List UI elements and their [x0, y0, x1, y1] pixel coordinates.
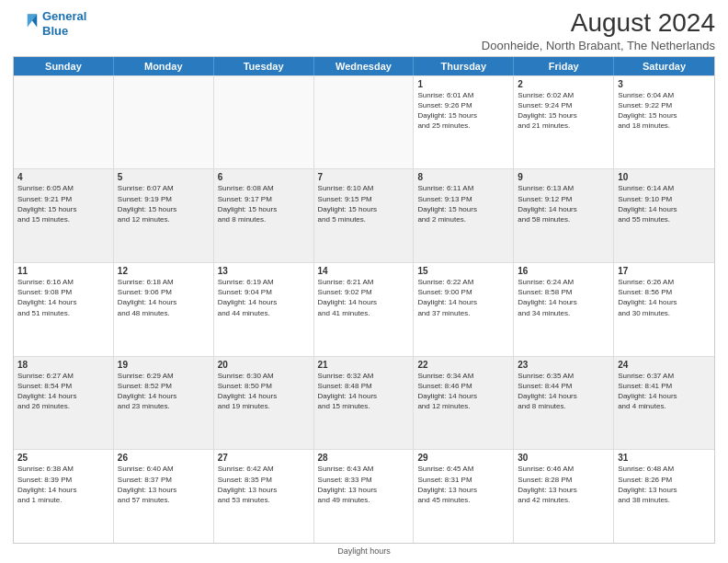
cal-cell: 11Sunrise: 6:16 AM Sunset: 9:08 PM Dayli…	[14, 263, 114, 356]
day-info: Sunrise: 6:05 AM Sunset: 9:21 PM Dayligh…	[17, 183, 109, 224]
day-info: Sunrise: 6:01 AM Sunset: 9:26 PM Dayligh…	[417, 90, 509, 132]
day-number: 9	[518, 172, 609, 182]
cal-cell: 13Sunrise: 6:19 AM Sunset: 9:04 PM Dayli…	[214, 263, 314, 356]
day-info: Sunrise: 6:40 AM Sunset: 8:37 PM Dayligh…	[118, 464, 210, 505]
cal-cell: 22Sunrise: 6:34 AM Sunset: 8:46 PM Dayli…	[414, 357, 514, 450]
calendar-row-1: 1Sunrise: 6:01 AM Sunset: 9:26 PM Daylig…	[14, 75, 714, 169]
cal-cell: 5Sunrise: 6:07 AM Sunset: 9:19 PM Daylig…	[114, 169, 214, 262]
cal-cell: 2Sunrise: 6:02 AM Sunset: 9:24 PM Daylig…	[514, 76, 614, 169]
cal-cell: 19Sunrise: 6:29 AM Sunset: 8:52 PM Dayli…	[114, 357, 214, 450]
cal-cell: 29Sunrise: 6:45 AM Sunset: 8:31 PM Dayli…	[414, 450, 514, 543]
cal-cell: 16Sunrise: 6:24 AM Sunset: 8:58 PM Dayli…	[514, 263, 614, 356]
day-info: Sunrise: 6:46 AM Sunset: 8:28 PM Dayligh…	[518, 464, 609, 505]
cal-cell: 31Sunrise: 6:48 AM Sunset: 8:26 PM Dayli…	[614, 450, 714, 543]
calendar-row-4: 18Sunrise: 6:27 AM Sunset: 8:54 PM Dayli…	[14, 356, 714, 450]
day-number: 16	[518, 266, 609, 276]
day-info: Sunrise: 6:22 AM Sunset: 9:00 PM Dayligh…	[417, 277, 509, 318]
day-number: 5	[118, 172, 210, 182]
day-info: Sunrise: 6:48 AM Sunset: 8:26 PM Dayligh…	[618, 464, 711, 505]
day-info: Sunrise: 6:26 AM Sunset: 8:56 PM Dayligh…	[618, 277, 711, 318]
calendar: SundayMondayTuesdayWednesdayThursdayFrid…	[13, 56, 715, 544]
header-cell-sunday: Sunday	[14, 57, 114, 75]
day-number: 25	[17, 453, 109, 463]
calendar-row-5: 25Sunrise: 6:38 AM Sunset: 8:39 PM Dayli…	[14, 449, 714, 543]
title-block: August 2024 Doonheide, North Brabant, Th…	[482, 9, 715, 52]
day-info: Sunrise: 6:11 AM Sunset: 9:13 PM Dayligh…	[417, 183, 509, 224]
cal-cell: 7Sunrise: 6:10 AM Sunset: 9:15 PM Daylig…	[314, 169, 415, 262]
cal-cell: 21Sunrise: 6:32 AM Sunset: 8:48 PM Dayli…	[314, 357, 415, 450]
cal-cell: 28Sunrise: 6:43 AM Sunset: 8:33 PM Dayli…	[314, 450, 415, 543]
cal-cell	[214, 76, 314, 169]
day-number: 20	[218, 360, 310, 370]
cal-cell: 14Sunrise: 6:21 AM Sunset: 9:02 PM Dayli…	[314, 263, 415, 356]
day-number: 12	[118, 266, 210, 276]
day-info: Sunrise: 6:08 AM Sunset: 9:17 PM Dayligh…	[218, 183, 310, 224]
cal-cell: 12Sunrise: 6:18 AM Sunset: 9:06 PM Dayli…	[114, 263, 214, 356]
day-info: Sunrise: 6:02 AM Sunset: 9:24 PM Dayligh…	[518, 90, 609, 132]
day-info: Sunrise: 6:04 AM Sunset: 9:22 PM Dayligh…	[618, 90, 711, 132]
day-number: 30	[518, 453, 609, 463]
day-number: 19	[118, 360, 210, 370]
day-number: 28	[318, 453, 410, 463]
logo-text: General Blue	[42, 9, 86, 38]
day-number: 27	[218, 453, 310, 463]
day-number: 8	[417, 172, 509, 182]
cal-cell: 4Sunrise: 6:05 AM Sunset: 9:21 PM Daylig…	[14, 169, 114, 262]
cal-cell: 15Sunrise: 6:22 AM Sunset: 9:00 PM Dayli…	[414, 263, 514, 356]
day-info: Sunrise: 6:45 AM Sunset: 8:31 PM Dayligh…	[417, 464, 509, 505]
logo: General Blue	[13, 9, 86, 38]
day-number: 10	[618, 172, 711, 182]
day-info: Sunrise: 6:24 AM Sunset: 8:58 PM Dayligh…	[518, 277, 609, 318]
day-number: 13	[218, 266, 310, 276]
header: General Blue August 2024 Doonheide, Nort…	[13, 9, 715, 52]
cal-cell	[14, 76, 114, 169]
main-title: August 2024	[482, 9, 715, 38]
day-number: 15	[417, 266, 509, 276]
cal-cell: 8Sunrise: 6:11 AM Sunset: 9:13 PM Daylig…	[414, 169, 514, 262]
calendar-row-2: 4Sunrise: 6:05 AM Sunset: 9:21 PM Daylig…	[14, 168, 714, 262]
cal-cell: 17Sunrise: 6:26 AM Sunset: 8:56 PM Dayli…	[614, 263, 714, 356]
cal-cell: 1Sunrise: 6:01 AM Sunset: 9:26 PM Daylig…	[414, 76, 514, 169]
day-info: Sunrise: 6:30 AM Sunset: 8:50 PM Dayligh…	[218, 371, 310, 412]
header-cell-monday: Monday	[114, 57, 214, 75]
day-number: 14	[318, 266, 410, 276]
cal-cell	[114, 76, 214, 169]
calendar-body: 1Sunrise: 6:01 AM Sunset: 9:26 PM Daylig…	[14, 75, 714, 543]
day-number: 2	[518, 79, 609, 89]
day-info: Sunrise: 6:32 AM Sunset: 8:48 PM Dayligh…	[318, 371, 410, 412]
day-info: Sunrise: 6:37 AM Sunset: 8:41 PM Dayligh…	[618, 371, 711, 412]
day-number: 26	[118, 453, 210, 463]
day-number: 31	[618, 453, 711, 463]
day-number: 11	[17, 266, 109, 276]
day-info: Sunrise: 6:18 AM Sunset: 9:06 PM Dayligh…	[118, 277, 210, 318]
day-info: Sunrise: 6:19 AM Sunset: 9:04 PM Dayligh…	[218, 277, 310, 318]
footer-note: Daylight hours	[13, 546, 715, 556]
header-cell-wednesday: Wednesday	[314, 57, 415, 75]
day-number: 18	[17, 360, 109, 370]
day-number: 1	[417, 79, 509, 89]
cal-cell: 26Sunrise: 6:40 AM Sunset: 8:37 PM Dayli…	[114, 450, 214, 543]
logo-line2: Blue	[42, 24, 86, 39]
day-info: Sunrise: 6:42 AM Sunset: 8:35 PM Dayligh…	[218, 464, 310, 505]
day-info: Sunrise: 6:34 AM Sunset: 8:46 PM Dayligh…	[417, 371, 509, 412]
day-info: Sunrise: 6:14 AM Sunset: 9:10 PM Dayligh…	[618, 183, 711, 224]
cal-cell: 3Sunrise: 6:04 AM Sunset: 9:22 PM Daylig…	[614, 76, 714, 169]
cal-cell: 23Sunrise: 6:35 AM Sunset: 8:44 PM Dayli…	[514, 357, 614, 450]
day-number: 23	[518, 360, 609, 370]
calendar-row-3: 11Sunrise: 6:16 AM Sunset: 9:08 PM Dayli…	[14, 262, 714, 356]
logo-line1: General	[42, 9, 86, 23]
header-cell-saturday: Saturday	[614, 57, 714, 75]
day-info: Sunrise: 6:29 AM Sunset: 8:52 PM Dayligh…	[118, 371, 210, 412]
cal-cell: 6Sunrise: 6:08 AM Sunset: 9:17 PM Daylig…	[214, 169, 314, 262]
day-number: 17	[618, 266, 711, 276]
calendar-header: SundayMondayTuesdayWednesdayThursdayFrid…	[14, 57, 714, 75]
day-number: 3	[618, 79, 711, 89]
day-number: 6	[218, 172, 310, 182]
day-info: Sunrise: 6:21 AM Sunset: 9:02 PM Dayligh…	[318, 277, 410, 318]
page: General Blue August 2024 Doonheide, Nort…	[0, 0, 728, 563]
day-number: 24	[618, 360, 711, 370]
cal-cell: 20Sunrise: 6:30 AM Sunset: 8:50 PM Dayli…	[214, 357, 314, 450]
day-number: 22	[417, 360, 509, 370]
cal-cell	[314, 76, 415, 169]
day-info: Sunrise: 6:38 AM Sunset: 8:39 PM Dayligh…	[17, 464, 109, 505]
